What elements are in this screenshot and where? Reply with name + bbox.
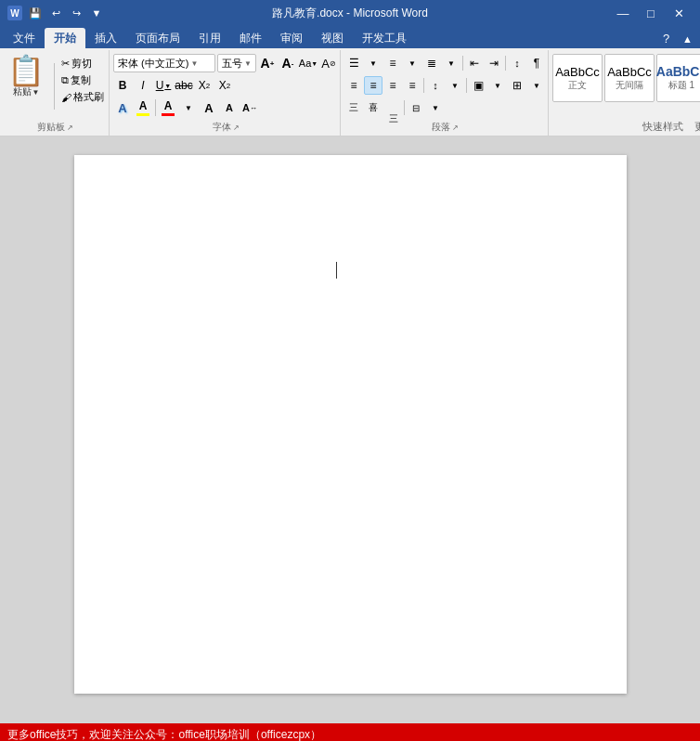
strikethrough-button[interactable]: abc [175,76,193,95]
ribbon-expand-btn[interactable]: ▲ [675,31,700,47]
para-row1: ☰ ▼ ≡ ▼ ≣ ▼ ⇤ ⇥ ↕ ¶ [344,54,546,72]
style-item-nospace[interactable]: AaBbCc 无间隔 [604,54,655,102]
decrease-indent-button[interactable]: ⇤ [465,54,484,72]
tab-insert[interactable]: 插入 [85,28,126,48]
clipboard-expand-icon[interactable]: ↗ [67,124,73,132]
font-color-button[interactable]: A [159,98,177,117]
italic-button[interactable]: I [134,76,152,95]
window-controls[interactable]: — □ ✕ [609,0,693,26]
save-quick-btn[interactable]: 💾 [26,4,45,22]
paragraph-section: ☰ ▼ ≡ ▼ ≣ ▼ ⇤ ⇥ ↕ ¶ ≡ ≡ ≡ ≡ ↕ ▼ [341,50,549,136]
copy-icon: ⧉ [61,74,69,86]
para-row3: 三 喜 三 ⊟ ▼ [344,98,445,117]
chinese-layout-btn1[interactable]: 三 [344,98,363,117]
style-item-heading1[interactable]: AaBbCc 标题 1 [656,54,700,102]
text-cursor [336,262,337,279]
ribbon-tabs: 文件 开始 插入 页面布局 引用 邮件 审阅 视图 开发工具 ? ▲ [0,26,700,48]
font-content: 宋体 (中文正文) ▼ 五号 ▼ A+ A- Aa▼ A⊘ B I U ▼ [113,54,338,119]
tab-layout[interactable]: 页面布局 [126,28,189,48]
font-name-dropdown[interactable]: 宋体 (中文正文) ▼ [113,54,215,72]
title-bar: W 💾 ↩ ↪ ▼ 路凡教育.docx - Microsoft Word — □… [0,0,700,26]
paste-button[interactable]: 📋 粘贴 ▼ [4,54,48,100]
text-effects-button[interactable]: A [113,98,132,117]
paragraph-expand-icon[interactable]: ↗ [452,124,459,132]
para-row2: ≡ ≡ ≡ ≡ ↕ ▼ ▣ ▼ ⊞ ▼ [344,76,546,95]
v-sep2 [155,99,156,116]
align-center-button[interactable]: ≡ [364,76,382,95]
para-sep1 [462,56,463,71]
customize-quick-btn[interactable]: ▼ [87,4,106,22]
word-icon: W [7,6,22,20]
multilevel-button[interactable]: ≣ [422,54,441,72]
help-button[interactable]: ? [657,29,675,48]
tab-review[interactable]: 审阅 [271,28,312,48]
paste-icon: 📋 [7,56,45,85]
subscript-button[interactable]: X2 [195,76,214,95]
change-case-button[interactable]: Aa▼ [299,54,318,72]
copy-button[interactable]: ⧉ 复制 [58,72,107,88]
line-spacing-button[interactable]: ↕ [426,76,445,95]
numbering-arrow[interactable]: ▼ [403,54,421,72]
close-button[interactable]: ✕ [665,0,693,26]
borders-button[interactable]: ⊞ [508,76,526,95]
show-marks-button[interactable]: ¶ [527,54,546,72]
char-spacing-button[interactable]: A↔ [240,98,259,117]
tab-references[interactable]: 引用 [189,28,230,48]
para-sep2 [505,56,506,71]
format-painter-button[interactable]: 🖌 格式刷 [58,89,107,105]
clear-format-button[interactable]: A⊘ [319,54,338,72]
grow-font-button[interactable]: A+ [258,54,277,72]
sort-button[interactable]: ↕ [508,54,526,72]
borders-arrow[interactable]: ▼ [527,76,546,95]
quick-styles-btn[interactable]: 快速样式 [642,120,683,134]
paragraph-content: ☰ ▼ ≡ ▼ ≣ ▼ ⇤ ⇥ ↕ ¶ ≡ ≡ ≡ ≡ ↕ ▼ [344,54,546,119]
document-page[interactable] [74,155,627,694]
font-size-shrink-alt[interactable]: A [220,98,239,117]
undo-quick-btn[interactable]: ↩ [46,4,65,22]
line-spacing-arrow[interactable]: ▼ [446,76,464,95]
bullets-button[interactable]: ☰ [344,54,363,72]
increase-indent-button[interactable]: ⇥ [485,54,503,72]
redo-quick-btn[interactable]: ↪ [67,4,85,22]
justify-button[interactable]: ≡ [403,76,421,95]
numbering-button[interactable]: ≡ [383,54,402,72]
font-size-dropdown[interactable]: 五号 ▼ [217,54,256,72]
align-left-button[interactable]: ≡ [344,76,363,95]
styles-content: AaBbCc 正文 AaBbCc 无间隔 AaBbCc 标题 1 AaBbCc … [552,54,700,118]
underline-button[interactable]: U ▼ [154,76,173,95]
shrink-font-button[interactable]: A- [279,54,297,72]
highlight-color-button[interactable]: A [134,98,152,117]
font-size-grow-alt[interactable]: A [200,98,218,117]
minimize-button[interactable]: — [609,0,637,26]
styles-gallery: AaBbCc 正文 AaBbCc 无间隔 AaBbCc 标题 1 AaBbCc … [552,54,700,102]
paragraph-label: 段落 ↗ [344,119,546,136]
cut-button[interactable]: ✂ 剪切 [58,56,107,72]
shading-button[interactable]: ▣ [469,76,487,95]
promo-text: 更多office技巧，欢迎关注公众号：office职场培训（officezcpx… [0,723,700,741]
align-right-button[interactable]: ≡ [383,76,402,95]
tab-view[interactable]: 视图 [312,28,353,48]
superscript-button[interactable]: X2 [215,76,234,95]
chinese-layout-btn2[interactable]: 喜 [364,98,382,117]
tab-file[interactable]: 文件 [4,28,45,48]
bold-button[interactable]: B [113,76,132,95]
status-bar: 更多office技巧，欢迎关注公众号：office职场培训（officezcpx… [0,723,700,741]
tab-home[interactable]: 开始 [45,28,85,48]
tab-developer[interactable]: 开发工具 [353,28,416,48]
font-expand-icon[interactable]: ↗ [233,124,240,132]
shading-arrow[interactable]: ▼ [488,76,507,95]
style-item-normal[interactable]: AaBbCc 正文 [552,54,603,102]
maximize-button[interactable]: □ [637,0,665,26]
multilevel-arrow[interactable]: ▼ [442,54,460,72]
cut-icon: ✂ [61,58,70,70]
font-name-arrow: ▼ [190,59,198,68]
font-color-arrow[interactable]: ▼ [179,98,198,117]
clipboard-small-btns: ✂ 剪切 ⧉ 复制 🖌 格式刷 [58,56,107,105]
distribute-btn[interactable]: ⊟ [407,98,425,117]
tab-mailings[interactable]: 邮件 [230,28,271,48]
distribute-arrow[interactable]: ▼ [426,98,445,117]
chinese-layout-btn3[interactable]: 三 [383,98,402,117]
bullets-arrow[interactable]: ▼ [364,54,382,72]
change-styles-btn[interactable]: 更改样式 [694,120,700,134]
font-color-bar [162,113,175,116]
